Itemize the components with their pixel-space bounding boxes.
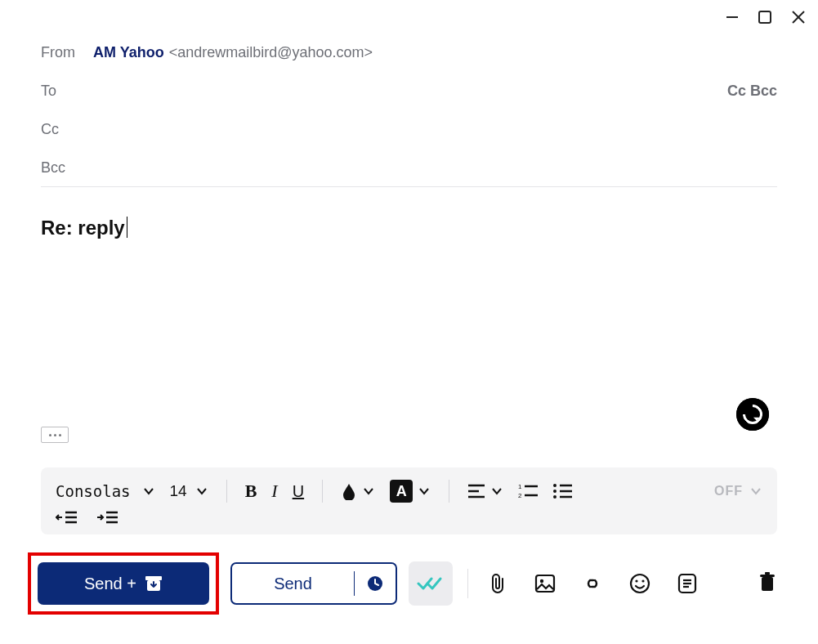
highlight-color-button[interactable]: A <box>390 480 431 503</box>
cc-row[interactable]: Cc <box>41 110 777 148</box>
archive-icon <box>145 575 163 592</box>
underline-button[interactable]: U <box>293 482 304 501</box>
chevron-down-icon <box>749 485 762 498</box>
align-left-icon <box>467 484 485 499</box>
indent-button[interactable] <box>96 510 118 525</box>
separator <box>322 480 323 503</box>
svg-point-13 <box>553 490 557 493</box>
chevron-down-icon <box>142 485 155 498</box>
bullet-list-button[interactable] <box>552 483 572 499</box>
font-size-select[interactable]: 14 <box>170 482 208 500</box>
separator <box>226 480 227 503</box>
chevron-down-icon <box>418 485 431 498</box>
from-label: From <box>41 44 90 61</box>
svg-rect-26 <box>536 575 554 592</box>
insert-template-button[interactable] <box>673 573 702 594</box>
header-divider <box>41 186 777 187</box>
grammarly-icon[interactable] <box>736 398 769 431</box>
maximize-button[interactable] <box>758 10 772 25</box>
ink-drop-icon <box>341 482 357 500</box>
outdent-icon <box>56 510 77 525</box>
clock-icon <box>366 575 384 593</box>
insert-image-button[interactable] <box>530 574 560 593</box>
indent-icon <box>96 510 118 525</box>
template-icon <box>677 573 697 594</box>
discard-button[interactable] <box>758 571 777 596</box>
italic-button[interactable]: I <box>271 481 277 502</box>
subject-text: Re: reply <box>41 217 125 239</box>
bcc-label: Bcc <box>41 159 90 177</box>
svg-text:2: 2 <box>518 492 522 499</box>
numbered-list-button[interactable]: 1 2 <box>518 483 538 499</box>
from-account-name: AM Yahoo <box>93 44 164 61</box>
text-color-button[interactable] <box>341 482 375 500</box>
numbered-list-icon: 1 2 <box>518 483 538 499</box>
link-icon <box>581 574 604 593</box>
chevron-down-icon <box>362 485 375 498</box>
send-and-archive-button[interactable]: Send + <box>38 562 209 605</box>
format-toolbar: Consolas 14 B I U A 1 2 <box>41 467 777 534</box>
svg-rect-35 <box>762 577 773 591</box>
message-body[interactable] <box>41 249 777 456</box>
bold-button[interactable]: B <box>245 481 257 502</box>
from-row[interactable]: From AM Yahoo <andrewmailbird@yahoo.com> <box>41 33 777 71</box>
to-label: To <box>41 83 90 100</box>
separator <box>449 480 449 503</box>
outdent-button[interactable] <box>56 510 77 525</box>
annotation-highlight: Send + <box>28 552 219 615</box>
svg-rect-37 <box>765 572 770 575</box>
svg-point-30 <box>641 579 644 582</box>
svg-rect-1 <box>759 11 771 23</box>
font-size-value: 14 <box>170 482 187 500</box>
font-family-select[interactable]: Consolas <box>56 482 155 500</box>
image-icon <box>534 574 556 593</box>
font-family-value: Consolas <box>56 482 131 500</box>
separator <box>467 569 468 598</box>
svg-point-29 <box>635 579 637 582</box>
align-button[interactable] <box>467 484 503 499</box>
ccbcc-toggle[interactable]: Cc Bcc <box>727 83 777 100</box>
read-tracking-toggle[interactable]: OFF <box>714 484 762 499</box>
chevron-down-icon <box>195 485 208 498</box>
svg-point-11 <box>553 484 557 487</box>
attach-file-button[interactable] <box>483 573 512 594</box>
emoji-icon <box>629 573 650 594</box>
read-receipt-button[interactable] <box>409 561 453 606</box>
svg-rect-36 <box>760 575 775 577</box>
action-bar: Send + Send <box>28 549 777 618</box>
highlight-a-icon: A <box>390 480 413 503</box>
chevron-down-icon <box>490 485 503 498</box>
send-later-button[interactable] <box>355 575 396 593</box>
show-trimmed-content-button[interactable] <box>41 427 69 443</box>
insert-link-button[interactable] <box>578 574 607 593</box>
bcc-row[interactable]: Bcc <box>41 148 777 186</box>
minimize-button[interactable] <box>725 10 740 25</box>
cc-label: Cc <box>41 121 90 138</box>
compose-header: From AM Yahoo <andrewmailbird@yahoo.com>… <box>41 33 777 187</box>
svg-text:1: 1 <box>518 483 522 490</box>
to-row[interactable]: To Cc Bcc <box>41 71 777 110</box>
paperclip-icon <box>489 573 507 594</box>
text-cursor <box>127 217 127 238</box>
bullet-list-icon <box>552 483 572 499</box>
tracking-off-label: OFF <box>714 484 743 499</box>
trash-icon <box>758 571 777 593</box>
send-archive-label: Send + <box>84 575 136 593</box>
close-button[interactable] <box>790 9 807 25</box>
double-check-icon <box>417 574 445 593</box>
from-address: <andrewmailbird@yahoo.com> <box>169 44 373 61</box>
insert-emoji-button[interactable] <box>625 573 655 594</box>
svg-point-15 <box>553 495 557 499</box>
subject-input[interactable]: Re: reply <box>41 217 777 239</box>
svg-rect-23 <box>145 576 162 580</box>
send-button[interactable]: Send <box>230 562 397 605</box>
send-label: Send <box>232 575 354 593</box>
svg-point-28 <box>631 575 649 593</box>
svg-point-27 <box>540 579 543 583</box>
